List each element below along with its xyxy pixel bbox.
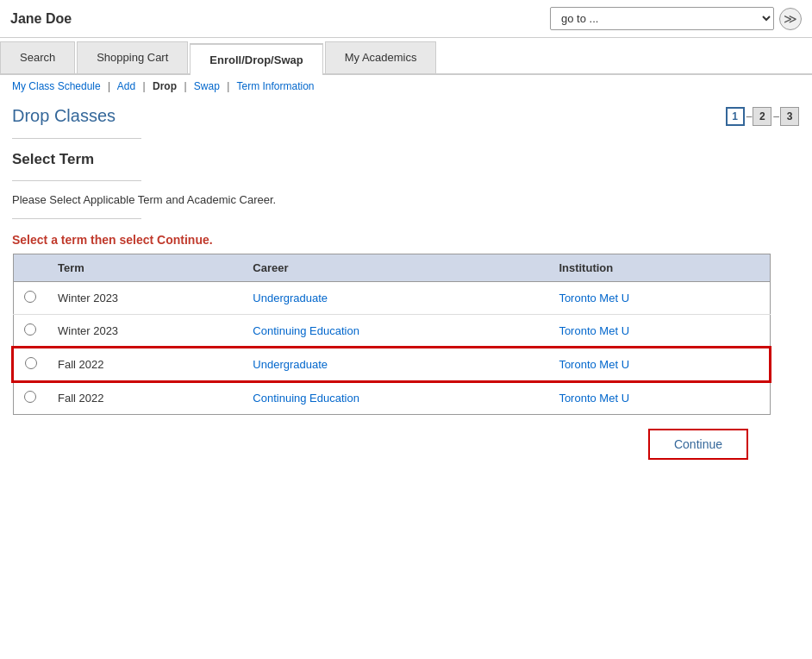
- select-term-label: Select a term then select Continue.: [12, 233, 800, 247]
- breadcrumb: My Class Schedule | Add | Drop | Swap | …: [0, 75, 812, 97]
- user-name: Jane Doe: [10, 11, 72, 27]
- institution-cell-2: Toronto Met U: [548, 348, 770, 381]
- goto-select[interactable]: go to ...: [550, 7, 774, 30]
- col-header-institution: Institution: [548, 254, 770, 282]
- page-title-row: Drop Classes 1 – 2 – 3: [12, 106, 800, 126]
- breadcrumb-add[interactable]: Add: [117, 80, 135, 92]
- divider-bottom: [12, 218, 141, 219]
- step-2: 2: [753, 107, 771, 126]
- step-3: 3: [780, 107, 799, 126]
- term-table: Term Career Institution Winter 2023 Unde…: [12, 254, 771, 415]
- institution-cell-0: Toronto Met U: [548, 282, 770, 315]
- career-cell-2: Undergraduate: [242, 348, 548, 381]
- page-content: Drop Classes 1 – 2 – 3 Select Term Pleas…: [0, 97, 812, 468]
- step-indicator: 1 – 2 – 3: [726, 107, 800, 126]
- career-cell-0: Undergraduate: [242, 282, 548, 315]
- institution-cell-3: Toronto Met U: [548, 381, 770, 415]
- divider-top: [12, 138, 141, 139]
- radio-term-3[interactable]: [24, 391, 36, 403]
- divider-mid: [12, 180, 141, 181]
- header: Jane Doe go to ... ≫: [0, 0, 812, 38]
- radio-cell-2[interactable]: [13, 348, 47, 381]
- radio-cell-0[interactable]: [13, 282, 47, 315]
- radio-term-0[interactable]: [24, 291, 36, 303]
- step-1: 1: [726, 107, 745, 126]
- tab-shopping-cart[interactable]: Shopping Cart: [77, 41, 188, 73]
- term-cell-1: Winter 2023: [47, 315, 242, 348]
- continue-btn-row: Continue: [12, 429, 800, 460]
- tab-search[interactable]: Search: [0, 41, 75, 73]
- nav-forward-icon[interactable]: ≫: [779, 8, 802, 30]
- term-cell-3: Fall 2022: [47, 381, 242, 415]
- career-cell-3: Continuing Education: [242, 381, 548, 415]
- radio-term-1[interactable]: [24, 323, 36, 336]
- page-title: Drop Classes: [12, 106, 116, 126]
- table-row: Winter 2023 Continuing Education Toronto…: [13, 315, 770, 348]
- continue-button[interactable]: Continue: [648, 429, 748, 460]
- col-header-term: Term: [47, 254, 242, 282]
- term-cell-0: Winter 2023: [47, 282, 242, 315]
- institution-cell-1: Toronto Met U: [548, 315, 770, 348]
- breadcrumb-drop: Drop: [153, 80, 177, 92]
- instructions: Please Select Applicable Term and Academ…: [12, 193, 800, 206]
- tab-enroll-drop-swap[interactable]: Enroll/Drop/Swap: [190, 43, 322, 75]
- table-row: Fall 2022 Continuing Education Toronto M…: [13, 381, 770, 415]
- radio-cell-1[interactable]: [13, 315, 47, 348]
- highlighted-table-row: Fall 2022 Undergraduate Toronto Met U: [13, 348, 770, 381]
- career-cell-1: Continuing Education: [242, 315, 548, 348]
- tab-my-academics[interactable]: My Academics: [325, 41, 437, 73]
- breadcrumb-my-class-schedule[interactable]: My Class Schedule: [12, 80, 101, 92]
- header-controls: go to ... ≫: [550, 7, 802, 30]
- col-header-radio: [13, 254, 47, 282]
- radio-term-2[interactable]: [25, 357, 37, 369]
- breadcrumb-term-information[interactable]: Term Information: [236, 80, 314, 92]
- breadcrumb-swap[interactable]: Swap: [194, 80, 220, 92]
- tab-bar: Search Shopping Cart Enroll/Drop/Swap My…: [0, 38, 812, 75]
- select-term-heading: Select Term: [12, 151, 800, 168]
- table-row: Winter 2023 Undergraduate Toronto Met U: [13, 282, 770, 315]
- col-header-career: Career: [242, 254, 548, 282]
- radio-cell-3[interactable]: [13, 381, 47, 415]
- term-cell-2: Fall 2022: [47, 348, 242, 381]
